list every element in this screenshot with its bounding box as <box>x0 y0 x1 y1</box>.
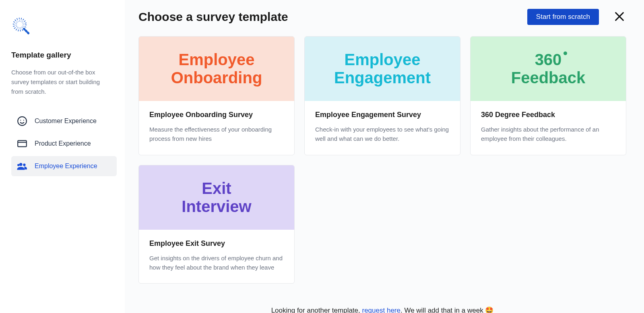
template-description: Gather insights about the performance of… <box>481 125 615 144</box>
card-icon <box>17 138 27 149</box>
template-title: Employee Engagement Survey <box>315 111 450 119</box>
people-icon <box>17 161 27 171</box>
template-hero: EmployeeEngagement <box>305 37 460 101</box>
sidebar-item-label: Product Experience <box>35 140 91 147</box>
svg-point-1 <box>16 21 23 28</box>
template-hero-line: Engagement <box>334 69 431 86</box>
svg-point-3 <box>18 117 27 126</box>
svg-point-5 <box>23 120 24 121</box>
request-template-link[interactable]: request here <box>362 307 400 313</box>
template-description: Check-in with your employees to see what… <box>315 125 450 144</box>
footer: Looking for another template, request he… <box>138 300 626 313</box>
sidebar-nav: Customer Experience Product Experience <box>11 111 117 176</box>
start-from-scratch-button[interactable]: Start from scratch <box>527 9 599 25</box>
sidebar-item-employee-experience[interactable]: Employee Experience <box>11 156 117 176</box>
main-content: Choose a survey template Start from scra… <box>125 0 644 313</box>
template-title: 360 Degree Feedback <box>481 111 615 119</box>
close-icon <box>614 11 625 23</box>
template-body: 360 Degree FeedbackGather insights about… <box>471 101 626 155</box>
smiley-icon <box>17 116 27 126</box>
app-logo <box>11 16 31 35</box>
template-body: Employee Engagement SurveyCheck-in with … <box>305 101 460 155</box>
template-card[interactable]: 360Feedback360 Degree FeedbackGather ins… <box>470 36 626 155</box>
sidebar-item-label: Employee Experience <box>35 163 97 170</box>
main-header: Choose a survey template Start from scra… <box>138 9 626 25</box>
footer-text-prefix: Looking for another template, <box>271 307 362 313</box>
template-hero: EmployeeOnboarding <box>139 37 294 101</box>
svg-point-10 <box>18 164 19 166</box>
sidebar-item-customer-experience[interactable]: Customer Experience <box>11 111 117 131</box>
close-button[interactable] <box>613 10 626 24</box>
template-hero: ExitInterview <box>139 165 294 230</box>
svg-point-4 <box>20 120 21 121</box>
sidebar-item-product-experience[interactable]: Product Experience <box>11 134 117 154</box>
svg-point-9 <box>23 164 25 166</box>
template-hero-line: Onboarding <box>171 69 262 86</box>
template-title: Employee Onboarding Survey <box>149 111 284 119</box>
template-title: Employee Exit Survey <box>149 239 284 248</box>
svg-line-2 <box>24 29 29 34</box>
template-description: Measure the effectiveness of your onboar… <box>149 125 284 144</box>
template-hero-line: Interview <box>182 198 251 215</box>
sidebar-item-label: Customer Experience <box>35 117 97 125</box>
template-hero-line: Employee <box>345 51 421 68</box>
sidebar-description: Choose from our out-of-the box survey te… <box>11 68 108 97</box>
svg-point-8 <box>20 163 23 166</box>
template-hero-line: Exit <box>202 179 231 197</box>
sidebar: Template gallery Choose from our out-of-… <box>0 0 125 313</box>
template-hero-line: Feedback <box>511 69 586 86</box>
template-description: Get insights on the drivers of employee … <box>149 253 284 272</box>
footer-text-suffix: . We will add that in a week <box>400 307 485 313</box>
sidebar-title: Template gallery <box>11 51 117 60</box>
template-body: Employee Onboarding SurveyMeasure the ef… <box>139 101 294 155</box>
template-card[interactable]: EmployeeEngagementEmployee Engagement Su… <box>304 36 460 155</box>
template-grid: EmployeeOnboardingEmployee Onboarding Su… <box>138 36 626 284</box>
template-card[interactable]: ExitInterviewEmployee Exit SurveyGet ins… <box>138 165 295 284</box>
template-hero-line: Employee <box>179 51 255 68</box>
template-body: Employee Exit SurveyGet insights on the … <box>139 230 294 284</box>
svg-rect-6 <box>18 140 27 146</box>
template-card[interactable]: EmployeeOnboardingEmployee Onboarding Su… <box>138 36 295 155</box>
template-hero-line: 360 <box>535 51 562 69</box>
template-hero: 360Feedback <box>471 37 626 101</box>
page-title: Choose a survey template <box>138 10 527 24</box>
footer-emoji: 🤩 <box>485 307 493 313</box>
